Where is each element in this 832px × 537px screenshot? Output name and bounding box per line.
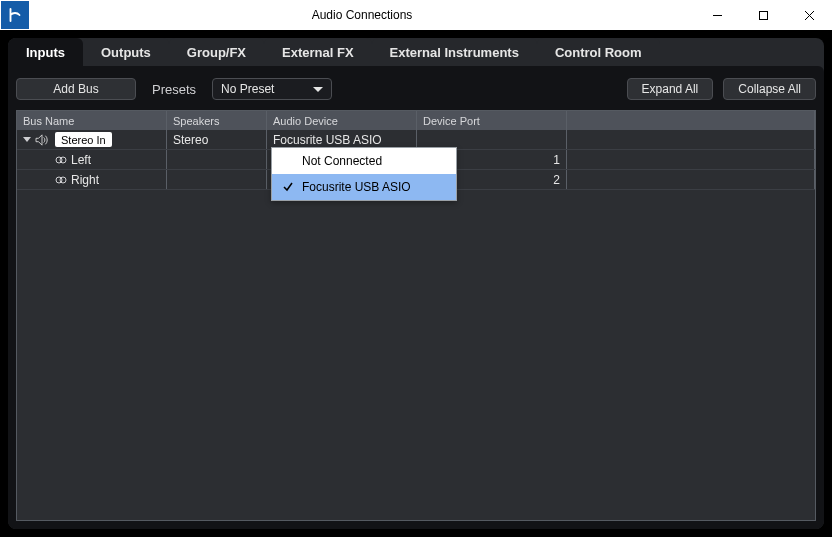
channel-name: Right bbox=[71, 173, 99, 187]
content-area: Inputs Outputs Group/FX External FX Exte… bbox=[0, 30, 832, 537]
cell-speakers bbox=[167, 150, 267, 169]
svg-rect-1 bbox=[759, 11, 767, 19]
window-title: Audio Connections bbox=[30, 8, 694, 22]
tab-label: Control Room bbox=[555, 45, 642, 60]
cell-bus-name[interactable]: Stereo In bbox=[17, 130, 167, 149]
speaker-icon bbox=[35, 134, 49, 146]
col-spacer bbox=[567, 111, 815, 130]
dropdown-item[interactable]: Not Connected bbox=[272, 148, 456, 174]
col-bus-name[interactable]: Bus Name bbox=[17, 111, 167, 130]
tab-bar: Inputs Outputs Group/FX External FX Exte… bbox=[8, 38, 824, 66]
tab-label: External Instruments bbox=[390, 45, 519, 60]
collapse-all-button[interactable]: Collapse All bbox=[723, 78, 816, 100]
tab-groupfx[interactable]: Group/FX bbox=[169, 38, 264, 66]
port-value: 1 bbox=[553, 153, 560, 167]
col-speakers[interactable]: Speakers bbox=[167, 111, 267, 130]
cell-speakers bbox=[167, 170, 267, 189]
port-icon bbox=[55, 174, 67, 186]
tab-label: External FX bbox=[282, 45, 354, 60]
port-value: 2 bbox=[553, 173, 560, 187]
dropdown-item-label: Focusrite USB ASIO bbox=[302, 180, 411, 194]
window: Audio Connections Inputs Outputs Group/F… bbox=[0, 0, 832, 537]
cell-spacer bbox=[567, 130, 815, 149]
tab-outputs[interactable]: Outputs bbox=[83, 38, 169, 66]
expand-all-button[interactable]: Expand All bbox=[627, 78, 714, 100]
dropdown-item[interactable]: Focusrite USB ASIO bbox=[272, 174, 456, 200]
maximize-button[interactable] bbox=[740, 0, 786, 30]
svg-point-7 bbox=[60, 177, 66, 183]
tab-label: Inputs bbox=[26, 45, 65, 60]
close-button[interactable] bbox=[786, 0, 832, 30]
audio-device-dropdown[interactable]: Not Connected Focusrite USB ASIO bbox=[271, 147, 457, 201]
chevron-down-icon[interactable] bbox=[23, 137, 31, 142]
toolbar: Add Bus Presets No Preset Expand All Col… bbox=[16, 74, 816, 104]
tab-inputs[interactable]: Inputs bbox=[8, 38, 83, 66]
dropdown-item-label: Not Connected bbox=[302, 154, 382, 168]
minimize-button[interactable] bbox=[694, 0, 740, 30]
check-icon bbox=[282, 181, 294, 193]
titlebar: Audio Connections bbox=[0, 0, 832, 30]
channel-name: Left bbox=[71, 153, 91, 167]
col-device-port[interactable]: Device Port bbox=[417, 111, 567, 130]
tab-external-instruments[interactable]: External Instruments bbox=[372, 38, 537, 66]
tab-label: Group/FX bbox=[187, 45, 246, 60]
bus-name-value[interactable]: Stereo In bbox=[55, 132, 112, 147]
preset-select[interactable]: No Preset bbox=[212, 78, 332, 100]
svg-point-5 bbox=[60, 157, 66, 163]
cell-bus-name[interactable]: Left bbox=[17, 150, 167, 169]
window-controls bbox=[694, 0, 832, 30]
tab-panel: Add Bus Presets No Preset Expand All Col… bbox=[8, 66, 824, 529]
presets-label: Presets bbox=[146, 82, 202, 97]
button-label: Collapse All bbox=[738, 82, 801, 96]
chevron-down-icon bbox=[313, 87, 323, 92]
tab-control-room[interactable]: Control Room bbox=[537, 38, 660, 66]
button-label: Add Bus bbox=[53, 82, 98, 96]
panel: Inputs Outputs Group/FX External FX Exte… bbox=[8, 38, 824, 529]
tab-label: Outputs bbox=[101, 45, 151, 60]
cell-speakers: Stereo bbox=[167, 130, 267, 149]
cell-spacer bbox=[567, 170, 815, 189]
app-icon bbox=[1, 1, 29, 29]
port-icon bbox=[55, 154, 67, 166]
tab-externalfx[interactable]: External FX bbox=[264, 38, 372, 66]
button-label: Expand All bbox=[642, 82, 699, 96]
add-bus-button[interactable]: Add Bus bbox=[16, 78, 136, 100]
table-header: Bus Name Speakers Audio Device Device Po… bbox=[17, 111, 815, 130]
cell-spacer bbox=[567, 150, 815, 169]
select-value: No Preset bbox=[221, 82, 274, 96]
col-audio-device[interactable]: Audio Device bbox=[267, 111, 417, 130]
bus-table: Bus Name Speakers Audio Device Device Po… bbox=[16, 110, 816, 521]
cell-bus-name[interactable]: Right bbox=[17, 170, 167, 189]
